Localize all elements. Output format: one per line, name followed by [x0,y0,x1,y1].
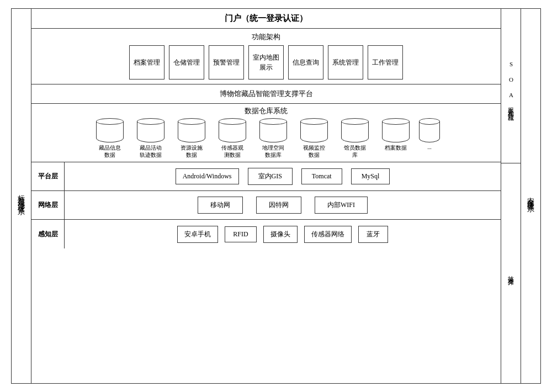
perception-layer-row: 感知层 安卓手机 RFID 摄像头 传感器网络 蓝牙 [31,220,501,248]
perception-box-rfid: RFID [225,226,256,242]
platform-layer-row: 平台层 Android/Windows 室内GIS Tomcat MySql [31,162,501,191]
platform-box-tomcat: Tomcat [301,168,342,184]
db-cylinder-6: 视频监控数据 [296,118,332,158]
portal-row: 门户（统一登录认证） [31,9,501,29]
db-cylinder-5: 地理空间数据库 [255,118,291,158]
platform-layer-content: Android/Windows 室内GIS Tomcat MySql [65,162,501,190]
perception-box-camera: 摄像头 [263,226,298,243]
perception-box-sensor: 传感器网络 [304,226,352,243]
network-box-internet: 因特网 [256,197,301,214]
platform-layer-label: 平台层 [31,162,65,190]
db-cylinder-3: 资源设施数据 [173,118,210,158]
db-cylinder-7: 馆员数据库 [337,118,373,158]
func-box-archives: 档案管理 [129,45,164,80]
db-cylinder-more: ... [418,118,440,150]
func-box-map: 室内地图展示 [248,45,284,80]
network-box-wifi: 内部WIFI [315,197,368,214]
left-label: 标准与规范管理体系 [12,9,31,383]
perception-layer-content: 安卓手机 RFID 摄像头 传感器网络 蓝牙 [65,220,501,248]
data-warehouse-title: 数据仓库系统 [35,106,497,116]
func-box-info: 信息查询 [288,45,323,80]
main-content: 门户（统一登录认证） 功能架构 档案管理 仓储管理 预警管理 室内地图展示 信息… [31,9,501,383]
right-tech-label: 技术支撑 [501,163,521,383]
func-section-title: 功能架构 [36,32,496,42]
perception-box-bluetooth: 蓝牙 [358,226,388,243]
db-cylinders: 藏品信息数据 藏品活动轨迹数据 资源 [35,118,497,158]
db-cylinder-4: 传感器观测数据 [214,118,251,158]
db-cylinder-1: 藏品信息数据 [92,118,128,158]
func-box-alert: 预警管理 [209,45,244,80]
support-platform-row: 博物馆藏品智能管理支撑平台 [31,84,501,104]
func-boxes: 档案管理 仓储管理 预警管理 室内地图展示 信息查询 系统管理 工作管理 [36,45,496,80]
db-cylinder-8: 档案数据 [378,118,414,151]
network-layer-content: 移动网 因特网 内部WIFI [65,191,501,219]
network-box-mobile: 移动网 [198,197,243,214]
perception-box-android: 安卓手机 [177,226,218,243]
platform-box-gis: 室内GIS [248,168,293,185]
data-warehouse-section: 数据仓库系统 藏品信息数据 [31,104,501,162]
func-box-system: 系统管理 [328,45,363,80]
right-labels-section: S O A 服务 构件 流程 技术支撑 [501,9,521,383]
perception-layer-label: 感知层 [31,220,65,248]
network-layer-label: 网络层 [31,191,65,219]
db-cylinder-2: 藏品活动轨迹数据 [132,118,169,158]
func-box-warehouse: 仓储管理 [169,45,204,80]
far-right-label: 安全保障体系 [521,9,540,383]
func-box-work: 工作管理 [368,45,403,80]
right-soa-label: S O A 服务 构件 流程 [501,9,521,163]
func-section: 功能架构 档案管理 仓储管理 预警管理 室内地图展示 信息查询 系统管理 工作管… [31,29,501,84]
network-layer-row: 网络层 移动网 因特网 内部WIFI [31,191,501,220]
platform-box-mysql: MySql [351,168,390,184]
platform-box-android: Android/Windows [176,168,239,184]
